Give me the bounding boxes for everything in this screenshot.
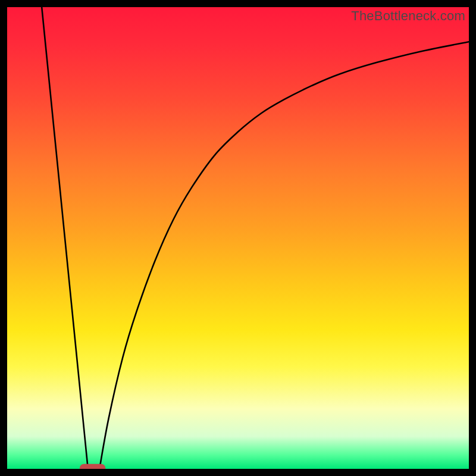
watermark-text: TheBottleneck.com [351, 8, 465, 24]
left-falling-line [42, 7, 88, 469]
vertex-marker [80, 464, 105, 469]
chart-frame: TheBottleneck.com [0, 0, 476, 476]
right-rising-curve [99, 42, 469, 469]
plot-area [7, 7, 469, 469]
curve-layer [7, 7, 469, 469]
